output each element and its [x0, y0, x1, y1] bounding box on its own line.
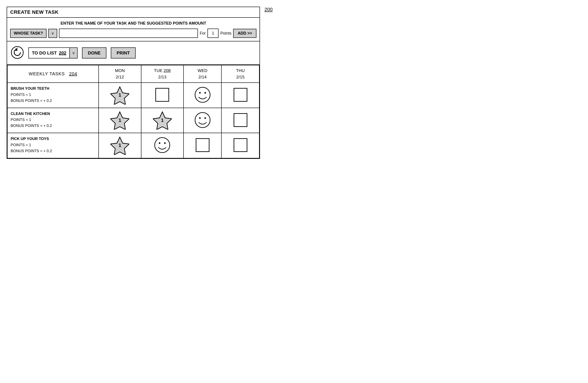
create-task-instruction: ENTER THE NAME OF YOUR TASK AND THE SUGG… — [10, 21, 256, 26]
task-name-cell-0: BRUSH YOUR TEETHPOINTS = 1BONUS POINTS =… — [7, 83, 99, 108]
svg-point-4 — [199, 92, 201, 94]
print-button[interactable]: PRINT — [111, 47, 136, 59]
todo-list-dropdown[interactable]: v — [69, 48, 77, 58]
day-header-mon: MON 2/12 — [99, 65, 141, 83]
task-cell-1-1[interactable]: 1 — [141, 108, 184, 133]
middle-section: TO DO LIST 202 v DONE PRINT — [7, 41, 260, 65]
page-number: 200 — [264, 7, 273, 12]
task-cell-2-3[interactable] — [221, 133, 259, 158]
todo-list-number: 202 — [59, 51, 66, 56]
day-date-tue: 2/13 — [144, 74, 181, 81]
svg-point-5 — [204, 92, 206, 94]
todo-list-label: TO DO LIST — [32, 51, 57, 56]
task-cell-1-0[interactable]: 1 — [99, 108, 141, 133]
day-date-thu: 2/15 — [224, 74, 257, 81]
create-task-row: WHOSE TASK? v For Points ADD >> — [10, 29, 256, 38]
create-task-body: ENTER THE NAME OF YOUR TASK AND THE SUGG… — [7, 18, 260, 41]
create-task-header: CREATE NEW TASK — [7, 7, 260, 18]
day-header-wed: WED 2/14 — [184, 65, 221, 83]
task-cell-0-0[interactable]: 1 — [99, 83, 141, 108]
task-cell-1-2[interactable] — [184, 108, 221, 133]
done-button[interactable]: DONE — [82, 47, 106, 59]
tasks-table-section: WEEKLY TASKS 204 MON 2/12 — [7, 65, 260, 158]
day-date-wed: 2/14 — [186, 74, 219, 81]
svg-point-10 — [204, 117, 206, 119]
points-input[interactable] — [208, 29, 219, 38]
day-date-mon: 2/12 — [101, 74, 139, 81]
task-cell-0-3[interactable] — [221, 83, 259, 108]
svg-point-3 — [195, 87, 210, 102]
weekly-tasks-label: WEEKLY TASKS — [29, 71, 65, 76]
tue-number: 208 — [164, 68, 171, 73]
day-header-thu: THU 2/15 — [221, 65, 259, 83]
svg-point-9 — [199, 117, 201, 119]
task-cell-2-2[interactable] — [184, 133, 221, 158]
svg-point-13 — [159, 142, 160, 144]
task-name-cell-1: CLEAN THE KITCHENPOINTS = 1BONUS POINTS … — [7, 108, 99, 133]
svg-point-8 — [195, 113, 210, 128]
points-label: Points — [220, 31, 231, 36]
weekly-tasks-header: WEEKLY TASKS 204 — [7, 65, 99, 83]
main-panel: CREATE NEW TASK ENTER THE NAME OF YOUR T… — [7, 7, 260, 159]
task-cell-2-0[interactable]: 1 — [99, 133, 141, 158]
task-cell-0-1[interactable] — [141, 83, 184, 108]
svg-point-12 — [155, 138, 170, 153]
day-header-tue: TUE 208 2/13 — [141, 65, 184, 83]
day-name-wed: WED — [186, 68, 219, 74]
task-cell-2-1[interactable] — [141, 133, 184, 158]
day-name-tue: TUE 208 — [144, 68, 181, 74]
create-task-title: CREATE NEW TASK — [10, 9, 59, 15]
task-cell-1-3[interactable] — [221, 108, 259, 133]
task-name-input[interactable] — [59, 29, 198, 38]
svg-point-14 — [164, 142, 166, 144]
todo-list-text: TO DO LIST 202 — [29, 51, 69, 56]
todo-list-box: TO DO LIST 202 v — [28, 47, 78, 59]
whose-task-dropdown[interactable]: v — [48, 29, 57, 38]
tasks-table: WEEKLY TASKS 204 MON 2/12 — [7, 65, 260, 158]
day-name-thu: THU — [224, 68, 257, 74]
task-name-cell-2: PICK UP YOUR TOYSPOINTS = 1BONUS POINTS … — [7, 133, 99, 158]
day-name-mon: MON — [101, 68, 139, 74]
add-button[interactable]: ADD >> — [233, 29, 256, 38]
whose-task-label: WHOSE TASK? — [10, 29, 46, 38]
task-cell-0-2[interactable] — [184, 83, 221, 108]
weekly-tasks-number: 204 — [69, 71, 77, 76]
refresh-icon[interactable] — [11, 46, 24, 60]
for-label: For — [200, 31, 206, 36]
